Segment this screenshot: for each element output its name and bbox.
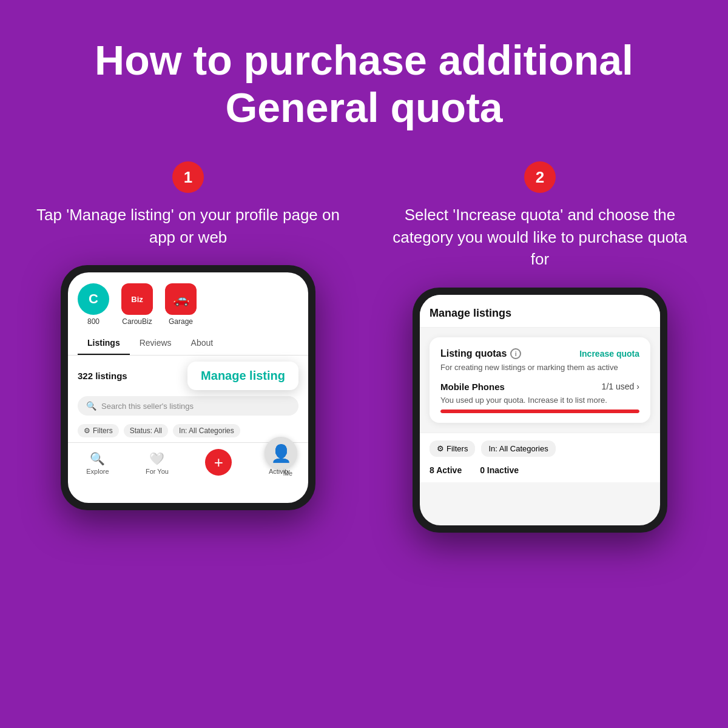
active-count: 8 Active	[430, 465, 462, 475]
steps-container: 1 Tap 'Manage listing' on your profile p…	[0, 161, 728, 532]
category-filter[interactable]: In: All Categories	[173, 424, 240, 437]
for-you-label: For You	[146, 468, 169, 475]
info-icon: i	[510, 348, 521, 359]
status-filter[interactable]: Status: All	[124, 424, 168, 437]
filter-icon: ⚙	[84, 426, 90, 435]
step-1-number: 1	[172, 161, 204, 193]
quota-used-text: 1/1 used	[602, 382, 635, 391]
garage-account[interactable]: 🚗 Garage	[165, 283, 197, 326]
step-2-number: 2	[524, 161, 556, 193]
biz-icon: Biz	[121, 283, 153, 315]
me-avatar[interactable]: 👤	[265, 437, 297, 470]
profile-header: C 800 Biz CarouBiz 🚗 Garage	[68, 272, 308, 332]
search-icon: 🔍	[86, 401, 96, 411]
filters-bar-2: ⚙ Filters In: All Categories	[430, 440, 650, 457]
heart-icon: 🤍	[149, 451, 164, 466]
nav-sell[interactable]: +	[205, 449, 232, 477]
explore-icon: 🔍	[90, 451, 105, 466]
tab-about[interactable]: About	[181, 332, 223, 355]
nav-for-you[interactable]: 🤍 For You	[146, 451, 169, 475]
garage-icon: 🚗	[165, 283, 197, 315]
phone-1-mockup: C 800 Biz CarouBiz 🚗 Garage Listings	[61, 265, 315, 510]
filters-button[interactable]: ⚙ Filters	[78, 424, 119, 437]
phone-1-screen: C 800 Biz CarouBiz 🚗 Garage Listings	[68, 272, 308, 503]
user-avatar: C	[78, 283, 109, 315]
filter-icon-2: ⚙	[437, 444, 444, 453]
sell-button[interactable]: +	[205, 449, 232, 476]
listings-count: 322 listings	[78, 371, 127, 381]
manage-listings-header: Manage listings	[420, 295, 660, 328]
filters-label-2: Filters	[447, 444, 468, 453]
profile-tabs: Listings Reviews About	[68, 332, 308, 356]
garage-label: Garage	[169, 317, 193, 326]
nav-explore[interactable]: 🔍 Explore	[86, 451, 109, 475]
quota-card: Listing quotas i Increase quota For crea…	[430, 337, 650, 423]
account-count: 800	[87, 317, 99, 326]
step-1-description: Tap 'Manage listing' on your profile pag…	[24, 204, 352, 248]
quota-category-name: Mobile Phones	[440, 382, 505, 392]
manage-listing-badge[interactable]: Manage listing	[187, 362, 298, 390]
bottom-nav: 🔍 Explore 🤍 For You + 🔔	[68, 442, 308, 482]
status-label: Status: All	[130, 426, 162, 435]
quota-category-row: Mobile Phones 1/1 used ›	[440, 382, 639, 392]
search-bar[interactable]: 🔍 Search this seller's listings	[78, 396, 298, 416]
step-2-description: Select 'Increase quota' and choose the c…	[376, 204, 704, 270]
heart-badge: 🤍	[149, 451, 164, 466]
category-label: In: All Categories	[179, 426, 234, 435]
stats-row: 8 Active 0 Inactive	[430, 465, 650, 475]
quota-card-header: Listing quotas i Increase quota	[440, 348, 639, 359]
category-label-2: In: All Categories	[488, 444, 548, 453]
explore-label: Explore	[86, 468, 109, 475]
quota-title-text: Listing quotas	[440, 348, 507, 359]
page-title: How to purchase additional General quota	[0, 36, 728, 131]
filters-button-2[interactable]: ⚙ Filters	[430, 440, 475, 457]
increase-quota-link[interactable]: Increase quota	[579, 349, 639, 359]
inactive-count: 0 Inactive	[480, 465, 519, 475]
me-icon: 👤	[271, 443, 292, 463]
search-placeholder: Search this seller's listings	[101, 402, 194, 411]
phone-2-mockup: Manage listings Listing quotas i Increas…	[413, 288, 667, 533]
listings-header: 322 listings Manage listing	[68, 356, 308, 393]
category-filter-2[interactable]: In: All Categories	[481, 440, 555, 457]
quota-warning: You used up your quota. Increase it to l…	[440, 396, 639, 405]
tab-reviews[interactable]: Reviews	[130, 332, 181, 355]
caroubiz-label: CarouBiz	[122, 317, 152, 326]
phone-2-screen: Manage listings Listing quotas i Increas…	[420, 295, 660, 525]
filters-label: Filters	[93, 426, 113, 435]
quota-bar-fill	[440, 410, 639, 413]
quota-title: Listing quotas i	[440, 348, 521, 359]
quota-description: For creating new listings or marking the…	[440, 363, 639, 372]
quota-used: 1/1 used ›	[602, 382, 639, 391]
caroubiz-account[interactable]: Biz CarouBiz	[121, 283, 153, 326]
me-label: Me	[283, 470, 292, 477]
step-1: 1 Tap 'Manage listing' on your profile p…	[24, 161, 352, 510]
step-2: 2 Select 'Increase quota' and choose the…	[376, 161, 704, 532]
phone2-bottom: ⚙ Filters In: All Categories 8 Active 0 …	[420, 433, 660, 482]
chevron-right-icon: ›	[636, 382, 639, 391]
quota-progress-bar	[440, 410, 639, 413]
tab-listings[interactable]: Listings	[78, 332, 130, 355]
